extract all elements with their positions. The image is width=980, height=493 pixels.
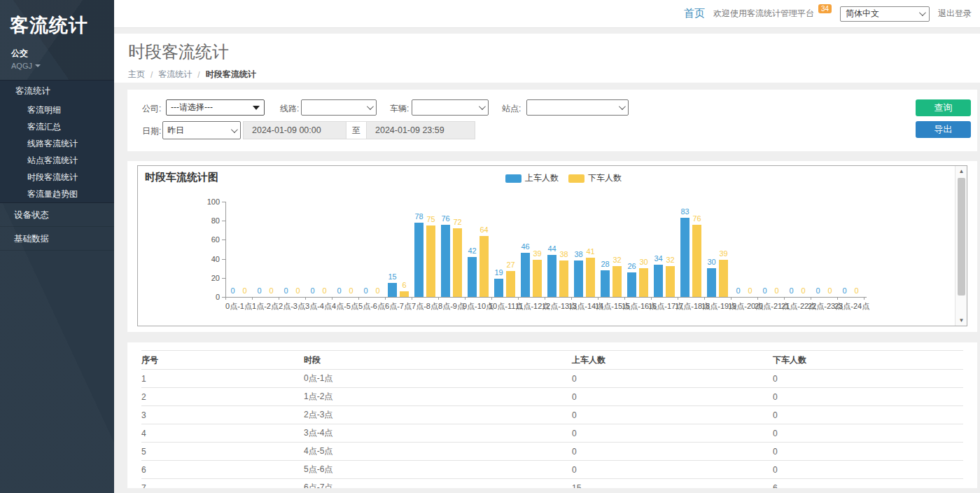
table-cell: 5	[141, 443, 304, 461]
company-select[interactable]: ---请选择---	[166, 99, 265, 116]
legend-item[interactable]: 下车人数	[568, 172, 622, 184]
bar-alighting	[453, 228, 462, 297]
table-row: 10点-1点00	[141, 370, 963, 388]
table-cell: 0	[572, 461, 773, 479]
language-select[interactable]: 简体中文	[840, 6, 930, 22]
bar-alighting	[612, 266, 622, 297]
chevron-down-icon	[919, 9, 926, 16]
date-to-input[interactable]: 2024-01-09 23:59	[366, 121, 475, 139]
chevron-down-icon	[367, 103, 374, 110]
date-from-input[interactable]: 2024-01-09 00:00	[243, 121, 346, 139]
sidebar-subitem[interactable]: 线路客流统计	[0, 135, 114, 152]
sidebar-subitem[interactable]: 客流明细	[0, 102, 114, 118]
bar-boarding	[627, 272, 636, 297]
bar-value-label: 27	[502, 261, 520, 269]
date-range-separator: 至	[346, 121, 366, 139]
bar-alighting	[666, 266, 675, 297]
logout-link[interactable]: 退出登录	[938, 8, 972, 20]
x-axis-tick-mark	[731, 297, 732, 300]
sidebar-subitem[interactable]: 时段客流统计	[0, 169, 114, 186]
col-header-boarding: 上车人数	[572, 351, 773, 370]
table-cell: 0	[773, 424, 963, 443]
stats-table: 序号 时段 上车人数 下车人数 10点-1点0021点-2点0032点-3点00…	[141, 350, 963, 488]
table-cell: 0	[572, 443, 773, 461]
y-axis-tick-label: 40	[199, 255, 220, 263]
bar-value-label: 30	[703, 258, 721, 266]
sidebar-item[interactable]: 基础数据	[0, 227, 114, 251]
bar-alighting	[426, 225, 435, 297]
table-cell: 15	[572, 479, 773, 489]
table-cell: 2	[141, 388, 304, 406]
x-axis-tick-mark	[837, 297, 838, 300]
scroll-down-arrow-icon[interactable]: ▼	[955, 315, 967, 326]
bar-boarding	[707, 268, 716, 297]
export-button[interactable]: 导出	[916, 121, 971, 138]
bar-boarding	[468, 257, 477, 297]
sidebar-subitem[interactable]: 站点客流统计	[0, 152, 114, 169]
y-axis-tick-label: 100	[199, 197, 220, 206]
table-row: 43点-4点00	[141, 424, 963, 443]
bar-alighting	[692, 225, 701, 297]
org-selector[interactable]: AQGJ	[0, 60, 114, 70]
x-axis-tick-mark	[332, 297, 332, 300]
bar-alighting	[479, 236, 489, 297]
sidebar-subitem[interactable]: 客流汇总	[0, 118, 114, 135]
vehicle-select[interactable]	[412, 99, 489, 116]
legend-swatch	[568, 174, 584, 183]
filter-panel: 公司: ---请选择--- 线路: 车辆: 站点:	[127, 90, 977, 151]
line-select[interactable]	[301, 99, 377, 116]
table-cell: 0	[773, 443, 963, 461]
table-cell: 4	[141, 424, 304, 443]
y-axis-tick-label: 0	[199, 293, 220, 301]
station-label: 站点:	[502, 99, 521, 118]
bar-value-label: 0	[369, 286, 387, 295]
x-axis-tick-mark	[465, 297, 465, 300]
table-cell: 0	[572, 370, 773, 388]
bar-alighting	[506, 271, 515, 297]
table-panel: 序号 时段 上车人数 下车人数 10点-1点0021点-2点0032点-3点00…	[127, 342, 977, 488]
x-axis-tick-mark	[385, 297, 386, 300]
date-preset-value: 昨日	[167, 125, 184, 137]
query-button[interactable]: 查询	[916, 99, 971, 116]
vehicle-label: 车辆:	[390, 99, 409, 118]
date-preset-select[interactable]: 昨日	[162, 121, 241, 139]
sidebar-subitem[interactable]: 客流量趋势图	[0, 186, 114, 202]
bar-value-label: 42	[463, 246, 482, 255]
breadcrumb: 主页 / 客流统计 / 时段客流统计	[128, 69, 980, 81]
legend-label: 上车人数	[525, 172, 559, 184]
breadcrumb-parent[interactable]: 客流统计	[158, 69, 192, 81]
x-axis-tick-mark	[651, 297, 652, 300]
y-axis-tick-label: 80	[199, 216, 220, 225]
chevron-down-icon	[231, 126, 238, 133]
bar-alighting	[586, 258, 595, 297]
table-cell: 5点-6点	[304, 461, 572, 479]
chart-title: 时段车流统计图	[145, 171, 218, 184]
chart-vertical-scrollbar[interactable]: ▲ ▼	[955, 166, 967, 326]
scroll-up-arrow-icon[interactable]: ▲	[955, 166, 967, 176]
line-label: 线路:	[280, 99, 299, 118]
y-axis-tick-mark	[222, 221, 225, 221]
bar-boarding	[680, 218, 690, 297]
sidebar-item[interactable]: 设备状态	[0, 203, 114, 227]
breadcrumb-home[interactable]: 主页	[128, 69, 145, 81]
x-axis-tick-mark	[491, 297, 492, 300]
sidebar-parent-item[interactable]: 客流统计	[0, 81, 114, 102]
scrollbar-thumb[interactable]	[958, 178, 965, 296]
bar-boarding	[494, 279, 503, 297]
table-row: 65点-6点00	[141, 461, 963, 479]
legend-item[interactable]: 上车人数	[505, 172, 559, 184]
x-axis-tick-mark	[757, 297, 758, 300]
table-cell: 6	[773, 479, 963, 489]
bar-boarding	[414, 223, 424, 297]
station-select[interactable]	[526, 99, 629, 116]
bar-alighting	[639, 268, 648, 297]
notification-badge[interactable]: 34	[818, 4, 832, 13]
y-axis-tick-label: 20	[199, 274, 220, 282]
x-axis-tick-mark	[252, 297, 253, 300]
x-axis-tick-mark	[358, 297, 359, 300]
table-row: 32点-3点00	[141, 406, 963, 424]
x-axis-tick-mark	[784, 297, 785, 300]
y-axis-tick-mark	[222, 239, 225, 240]
legend-swatch	[505, 174, 522, 183]
home-link[interactable]: 首页	[684, 7, 705, 20]
